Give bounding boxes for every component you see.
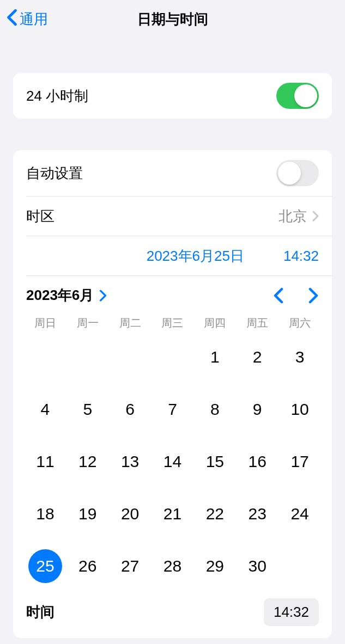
calendar-weekday: 周三 — [152, 316, 194, 330]
row-time: 时间 14:32 — [13, 588, 332, 638]
toggle-24hour[interactable] — [276, 83, 319, 109]
calendar-day[interactable]: 14 — [152, 445, 194, 479]
calendar-day[interactable]: 13 — [109, 445, 152, 479]
calendar-day[interactable]: 21 — [152, 497, 194, 531]
calendar-day[interactable]: 12 — [66, 445, 109, 479]
footer-note: 打开"定位服务"将提高自动时区准确性。 — [0, 638, 345, 644]
toggle-knob — [294, 84, 317, 107]
calendar-weekday: 周一 — [66, 316, 109, 330]
calendar-day[interactable]: 19 — [66, 497, 109, 531]
calendar-weekday: 周五 — [236, 316, 279, 330]
chevron-right-icon — [312, 211, 319, 222]
current-time-button[interactable]: 14:32 — [283, 248, 319, 265]
calendar-day[interactable]: 22 — [193, 497, 236, 531]
chevron-right-icon — [99, 290, 107, 302]
calendar-day[interactable]: 5 — [66, 392, 109, 426]
calendar-day[interactable]: 4 — [24, 392, 66, 426]
row-autoset: 自动设置 — [13, 150, 332, 196]
row-24hour: 24 小时制 — [13, 73, 332, 119]
calendar-month-label: 2023年6月 — [26, 286, 94, 305]
calendar-day[interactable]: 6 — [109, 392, 152, 426]
calendar-day[interactable]: 20 — [109, 497, 152, 531]
calendar-day-empty — [152, 340, 194, 374]
calendar-day[interactable]: 17 — [279, 445, 321, 479]
calendar-day[interactable]: 9 — [236, 392, 279, 426]
group-24hour: 24 小时制 — [13, 73, 332, 119]
calendar-day[interactable]: 2 — [236, 340, 279, 374]
calendar-day[interactable]: 8 — [193, 392, 236, 426]
calendar-day[interactable]: 24 — [279, 497, 321, 531]
row-timezone-value-wrap: 北京 — [279, 207, 319, 226]
calendar-day[interactable]: 23 — [236, 497, 279, 531]
row-timezone[interactable]: 时区 北京 — [13, 197, 332, 236]
calendar-grid: 1234567891011121314151617181920212223242… — [13, 335, 332, 583]
calendar-weekdays: 周日周一周二周三周四周五周六 — [13, 311, 332, 335]
calendar-day[interactable]: 28 — [152, 549, 194, 583]
row-current-datetime: 2023年6月25日 14:32 — [13, 236, 332, 275]
calendar-day-empty — [109, 340, 152, 374]
calendar-nav — [273, 287, 319, 304]
toggle-knob — [278, 162, 301, 185]
calendar-day[interactable]: 3 — [279, 340, 321, 374]
row-timezone-label: 时区 — [26, 207, 55, 226]
time-pill-button[interactable]: 14:32 — [264, 598, 319, 626]
nav-bar: 通用 日期与时间 — [0, 0, 345, 38]
calendar-weekday: 周日 — [24, 316, 66, 330]
calendar-weekday: 周二 — [109, 316, 152, 330]
calendar-day[interactable]: 29 — [193, 549, 236, 583]
current-date-button[interactable]: 2023年6月25日 — [147, 247, 244, 266]
calendar-day[interactable]: 30 — [236, 549, 279, 583]
calendar-day[interactable]: 25 — [24, 549, 66, 583]
back-button[interactable]: 通用 — [0, 9, 48, 30]
calendar-day[interactable]: 18 — [24, 497, 66, 531]
calendar-day[interactable]: 15 — [193, 445, 236, 479]
calendar-weekday: 周四 — [193, 316, 236, 330]
calendar-day[interactable]: 16 — [236, 445, 279, 479]
row-autoset-label: 自动设置 — [26, 164, 83, 183]
toggle-autoset[interactable] — [276, 160, 319, 186]
row-timezone-value: 北京 — [279, 207, 307, 226]
calendar-month-button[interactable]: 2023年6月 — [26, 286, 107, 305]
back-label: 通用 — [20, 10, 48, 29]
calendar-day[interactable]: 11 — [24, 445, 66, 479]
calendar-day-empty — [66, 340, 109, 374]
calendar-day[interactable]: 7 — [152, 392, 194, 426]
group-datetime: 自动设置 时区 北京 2023年6月25日 14:32 2023年6月 — [13, 150, 332, 638]
page-title: 日期与时间 — [0, 10, 345, 29]
calendar-day[interactable]: 1 — [193, 340, 236, 374]
calendar-prev-button[interactable] — [273, 287, 284, 304]
calendar-day-empty — [24, 340, 66, 374]
calendar-day[interactable]: 10 — [279, 392, 321, 426]
calendar-header: 2023年6月 — [13, 276, 332, 311]
calendar-next-button[interactable] — [308, 287, 319, 304]
row-24hour-label: 24 小时制 — [26, 87, 88, 106]
chevron-left-icon — [7, 9, 17, 30]
row-time-label: 时间 — [26, 603, 55, 622]
calendar-day[interactable]: 26 — [66, 549, 109, 583]
calendar-weekday: 周六 — [279, 316, 321, 330]
calendar-day[interactable]: 27 — [109, 549, 152, 583]
